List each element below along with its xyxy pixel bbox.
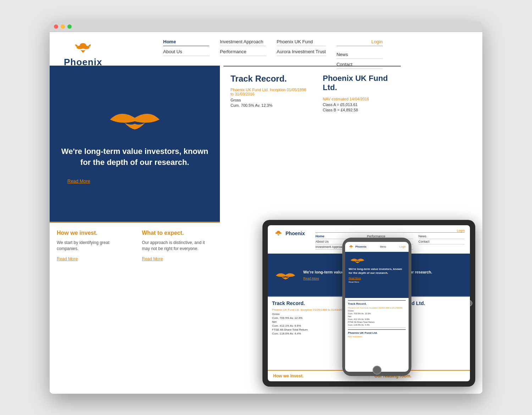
nav-home[interactable]: Home [163, 39, 209, 46]
hero-wing-icon [103, 104, 167, 132]
desktop-card-2-title: What to expect. [142, 230, 213, 236]
tablet-nav-news[interactable]: News [419, 234, 465, 239]
desktop-cards: How we invest. We start by identifying g… [50, 222, 220, 269]
desktop-logo-text: Phoenix [64, 57, 102, 68]
minimize-button[interactable] [61, 24, 65, 29]
tablet-logo: Phoenix [273, 229, 305, 238]
desktop-card-2-readmore[interactable]: Read More [142, 256, 163, 261]
mac-content: Phoenix Home About Us Investment Approac… [50, 32, 482, 394]
desktop-hero-text: We're long-term value investors, known f… [60, 146, 209, 168]
desktop-hero-readmore[interactable]: Read More [67, 178, 90, 184]
desktop-card-1-readmore[interactable]: Read More [57, 256, 78, 261]
desktop-fund-title: Phoenix UK Fund Ltd. [323, 74, 394, 93]
desktop-track-gross: Gross [231, 98, 309, 102]
desktop-fund-class-b: Class B = £4,892.58 [323, 108, 394, 112]
phone-track-net-val: Cum. 412.1% Av. 9.6% [348, 318, 406, 320]
nav-contact[interactable]: Contact [337, 62, 383, 69]
nav-col-3: Phoenix UK Fund Aurora Investment Trust [277, 39, 326, 69]
nav-col-1: Home About Us [163, 39, 209, 69]
phone-track-sub: Phoenix UK Fund Ltd. Inception 01/05/199… [348, 307, 406, 309]
phone-fund-nav: NAV estimated [348, 336, 406, 338]
tablet-hero-icon [273, 268, 298, 282]
phone-screen: Phoenix Menu Login We're long-term value… [345, 242, 409, 372]
tablet-nav-contact[interactable]: Contact [419, 240, 465, 244]
desktop-hero: We're long-term value investors, known f… [50, 66, 220, 222]
phone-hero-readmore[interactable]: Read More [349, 277, 405, 280]
tablet-logo-text: Phoenix [286, 231, 305, 236]
phone-logo-text: Phoenix [355, 245, 366, 248]
desktop-fund-class-a: Class A = £5,013.61 [323, 103, 394, 107]
nav-news[interactable]: News [337, 52, 383, 59]
phone-content: Track Record. Phoenix UK Fund Ltd. Incep… [345, 298, 409, 341]
phoenix-logo: Phoenix [64, 39, 102, 68]
phone-hero-icon [349, 255, 366, 264]
nav-col-2: Investment Approach Performance [220, 39, 266, 69]
phone-divider [348, 327, 406, 328]
phone-track-ftse-val: Cum. 118.0% Av. 4.4% [348, 324, 406, 326]
desktop-track-subtitle: Phoenix UK Fund Ltd. Inception 01/05/199… [231, 88, 309, 96]
phone-track-title: Track Record. [348, 300, 406, 305]
close-button[interactable] [54, 24, 58, 29]
desktop-track-gross-val: Cum. 700.5% Av. 12.3% [231, 103, 309, 107]
nav-performance[interactable]: Performance [220, 49, 266, 56]
phone-track-net: Net [348, 315, 406, 317]
nav-aurora[interactable]: Aurora Investment Trust [277, 49, 326, 56]
maximize-button[interactable] [67, 24, 72, 29]
mac-titlebar [50, 21, 482, 32]
desktop-fund-nav-label: NAV estimated 14/04/2016 [323, 97, 394, 101]
phone-hero-readmore2[interactable]: Read More [349, 281, 405, 283]
nav-login[interactable]: Login [337, 39, 383, 46]
desktop-card-2-text: Our approach is distinctive, and it may … [142, 240, 213, 252]
phone-fund-title: Phoenix UK Fund Ltd. [348, 329, 406, 334]
phone-track-ftse: FTSE All-Share Total Return [348, 321, 406, 323]
phone-header: Phoenix Menu Login [345, 242, 409, 252]
desktop-card-1-text: We start by identifying great companies. [57, 240, 128, 252]
tablet-phoenix-icon [273, 229, 284, 238]
phone-track-gross-val: Cum. 700.5% Av. 12.3% [348, 312, 406, 315]
logo-area: Phoenix [64, 39, 135, 68]
mac-window: Phoenix Home About Us Investment Approac… [50, 21, 482, 394]
phone-logo: Phoenix [348, 244, 366, 249]
desktop-card-2: What to expect. Our approach is distinct… [135, 222, 220, 269]
phone-device: Phoenix Menu Login We're long-term value… [342, 238, 411, 376]
phone-home-button[interactable] [372, 366, 381, 375]
nav-about[interactable]: About Us [163, 49, 209, 56]
phone-menu-label[interactable]: Menu [380, 245, 386, 248]
site-header: Phoenix Home About Us Investment Approac… [50, 32, 482, 76]
tablet-login[interactable]: Login [315, 229, 465, 233]
phoenix-bird-icon [72, 39, 94, 57]
phone-hero: We're long-term value investors, known f… [345, 252, 409, 298]
phone-hero-text: We're long-term value investors, known f… [349, 267, 405, 275]
desktop-card-1-title: How we invest. [57, 230, 128, 236]
nav-investment[interactable]: Investment Approach [220, 39, 266, 46]
nav-col-4: Login News Contact [337, 39, 383, 69]
phone-phoenix-icon [348, 244, 354, 249]
phone-track-gross: Gross [348, 310, 406, 312]
phone-login-label[interactable]: Login [400, 245, 406, 248]
desktop-nav: Home About Us Investment Approach Perfor… [163, 39, 468, 69]
desktop-card-1: How we invest. We start by identifying g… [50, 222, 135, 269]
nav-phoenix-fund[interactable]: Phoenix UK Fund [277, 39, 326, 46]
